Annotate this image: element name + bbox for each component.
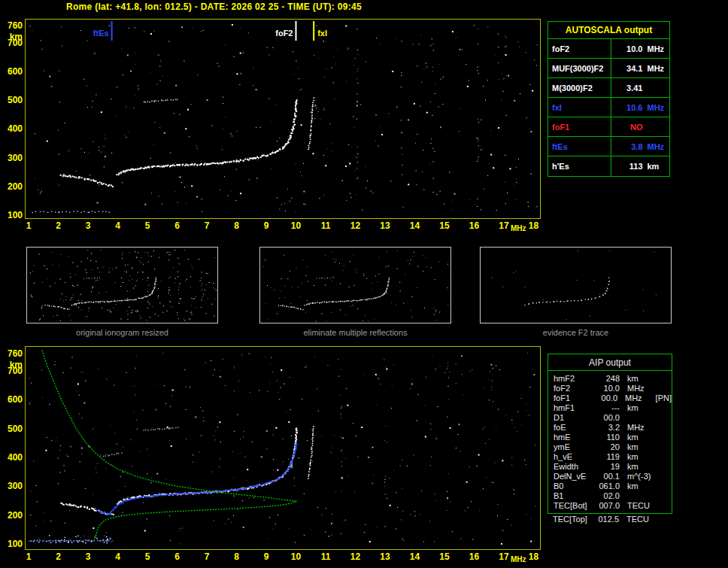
- thumbnail-caption-original: original ionogram resized: [26, 328, 218, 337]
- autoscala-value: 10.6MHz: [611, 103, 669, 112]
- y-axis-unit-label: km: [1, 32, 23, 41]
- aip-row-foE: foE3.2MHz: [548, 423, 672, 433]
- x-tick-label: 10: [288, 221, 305, 230]
- main-ionogram-plot: ftEsfoF2fxI: [25, 19, 541, 219]
- x-tick-label: 15: [436, 552, 453, 561]
- x-tick-label: 4: [110, 552, 126, 561]
- aip-row-TEC[Top]: TEC[Top]012.5TECU: [548, 515, 672, 524]
- autoscala-row-h'Es: h'Es113km: [548, 156, 669, 176]
- autoscala-row-fxI: fxI10.6MHz: [548, 98, 669, 117]
- autoscala-row-M(3000)F2: M(3000)F23.41: [548, 78, 669, 98]
- x-tick-label: 17: [496, 552, 512, 561]
- x-tick-label: 6: [169, 552, 186, 561]
- autoscala-table-title: AUTOSCALA output: [548, 22, 669, 39]
- x-tick-label: 4: [110, 221, 126, 230]
- y-tick-label: 500: [1, 424, 23, 433]
- autoscala-table-rows: foF210.0MHzMUF(3000)F234.1MHzM(3000)F23.…: [548, 39, 669, 176]
- aip-row-B0: B0061.0km: [548, 481, 672, 491]
- y-tick-label: 760: [1, 21, 23, 30]
- x-tick-label: 6: [169, 221, 186, 230]
- autoscala-value: NO: [611, 123, 669, 132]
- aip-row-ymE: ymE20km: [548, 442, 672, 452]
- x-tick-label: 3: [80, 221, 96, 230]
- autoscala-window: Rome (lat: +41.8, lon: 012.5) - DATE: 20…: [0, 0, 728, 568]
- main-ionogram-canvas: [26, 20, 540, 218]
- aip-row-Ewidth: Ewidth19km: [548, 462, 672, 472]
- aip-ionogram-plot: [25, 346, 541, 550]
- autoscala-param: MUF(3000)F2: [548, 59, 611, 77]
- x-tick-label: 8: [229, 221, 245, 230]
- aip-row-B1: B102.0: [548, 491, 672, 501]
- fxi-marker-label: fxI: [317, 29, 327, 38]
- autoscala-param: h'Es: [548, 156, 611, 176]
- autoscala-value: 3.41: [611, 84, 669, 93]
- x-tick-label: 11: [317, 221, 334, 230]
- autoscala-row-MUF(3000)F2: MUF(3000)F234.1MHz: [548, 59, 669, 78]
- x-tick-label: 9: [258, 221, 275, 230]
- aip-ionogram-canvas: [26, 347, 540, 549]
- x-axis-unit-label: MHz: [511, 224, 533, 232]
- x-tick-label: 1: [20, 552, 37, 561]
- page-title: Rome (lat: +41.8, lon: 012.5) - DATE: 20…: [66, 2, 362, 12]
- autoscala-param: M(3000)F2: [548, 78, 611, 97]
- autoscala-value: 34.1MHz: [611, 64, 669, 73]
- y-tick-label: 400: [1, 124, 23, 133]
- aip-row-hmE: hmE110km: [548, 433, 672, 442]
- x-tick-label: 2: [50, 221, 67, 230]
- x-tick-label: 14: [407, 221, 423, 230]
- x-tick-label: 14: [407, 552, 423, 561]
- y-tick-label: 600: [1, 67, 23, 76]
- x-tick-label: 2: [50, 552, 67, 561]
- thumbnail-f2-trace-evidence: [480, 247, 672, 323]
- x-tick-label: 3: [80, 552, 96, 561]
- autoscala-row-ftEs: ftEs3.8MHz: [548, 137, 669, 156]
- aip-row-hmF2: hmF2248km: [548, 374, 672, 384]
- x-tick-label: 1: [20, 221, 37, 230]
- y-tick-label: 200: [1, 182, 23, 191]
- y-tick-label: 400: [1, 453, 23, 462]
- autoscala-value: 10.0MHz: [611, 44, 669, 53]
- thumbnail-multiple-reflections-removed: [259, 247, 451, 323]
- autoscala-output-table: AUTOSCALA output foF210.0MHzMUF(3000)F23…: [548, 21, 670, 177]
- x-tick-label: 5: [139, 552, 156, 561]
- aip-row-foF1: foF100.0MHz[PN]: [548, 393, 672, 403]
- autoscala-row-foF2: foF210.0MHz: [548, 39, 669, 59]
- y-tick-label: 100: [1, 211, 23, 220]
- aip-output-table: AIP output hmF2248kmfoF210.0MHzfoF100.0M…: [548, 354, 672, 514]
- x-tick-label: 15: [436, 221, 453, 230]
- x-tick-label: 7: [199, 221, 215, 230]
- aip-row-h_vE: h_vE119km: [548, 452, 672, 462]
- aip-tec-top-row: TEC[Top]012.5TECU: [548, 515, 672, 524]
- x-tick-label: 8: [229, 552, 245, 561]
- x-tick-label: 12: [347, 552, 364, 561]
- autoscala-param: fxI: [548, 98, 611, 117]
- x-tick-label: 12: [347, 221, 364, 230]
- x-tick-label: 9: [258, 552, 275, 561]
- aip-row-D1: D100.0: [548, 413, 672, 423]
- y-axis-unit-label: km: [1, 360, 23, 369]
- autoscala-param: ftEs: [548, 137, 611, 156]
- aip-row-TEC[Bot]: TEC[Bot]007.0TECU: [548, 501, 672, 511]
- y-tick-label: 500: [1, 96, 23, 105]
- aip-table-title: AIP output: [548, 354, 672, 371]
- x-tick-label: 17: [496, 221, 512, 230]
- x-axis-unit-label: MHz: [511, 555, 533, 563]
- thumbnail-dereflected-canvas: [260, 248, 450, 323]
- aip-table-rows: hmF2248kmfoF210.0MHzfoF100.0MHz[PN]hmF1-…: [548, 371, 672, 513]
- x-tick-label: 5: [139, 221, 156, 230]
- x-tick-label: 16: [466, 552, 483, 561]
- aip-row-hmF1: hmF1---km: [548, 403, 672, 413]
- autoscala-param: foF1: [548, 117, 611, 136]
- x-tick-label: 13: [377, 221, 393, 230]
- thumbnail-f2-evidence-canvas: [481, 248, 671, 323]
- x-tick-label: 10: [288, 552, 305, 561]
- x-tick-label: 16: [466, 221, 483, 230]
- aip-row-foF2: foF210.0MHz: [548, 384, 672, 393]
- thumbnail-caption-f2-evidence: evidence F2 trace: [480, 328, 672, 337]
- y-tick-label: 300: [1, 153, 23, 163]
- ftes-marker-label: ftEs: [80, 29, 109, 38]
- aip-row-DelN_vE: DelN_vE00.1m^(-3): [548, 472, 672, 481]
- y-tick-label: 300: [1, 481, 23, 491]
- thumbnail-original-ionogram: [26, 247, 218, 323]
- y-tick-label: 760: [1, 349, 23, 358]
